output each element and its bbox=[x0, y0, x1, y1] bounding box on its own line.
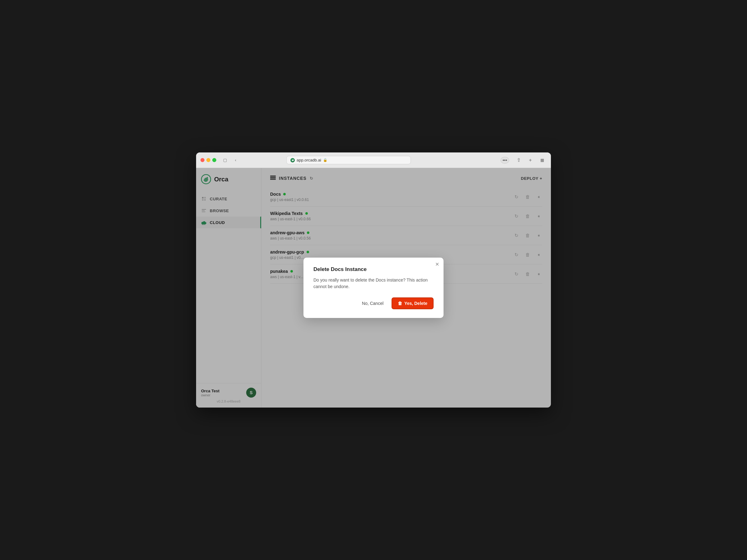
lock-icon: 🔒 bbox=[323, 158, 328, 162]
favicon-icon: ◕ bbox=[290, 158, 295, 162]
confirm-delete-label: Yes, Delete bbox=[404, 301, 427, 306]
dialog-close-button[interactable]: ✕ bbox=[435, 262, 439, 267]
sidebar-toggle-button[interactable]: ▢ bbox=[221, 157, 229, 164]
minimize-traffic-light[interactable] bbox=[206, 158, 210, 162]
share-button[interactable]: ⇧ bbox=[514, 157, 523, 164]
dialog-actions: No, Cancel 🗑 Yes, Delete bbox=[313, 297, 434, 309]
dialog-body: Do you really want to delete the Docs in… bbox=[313, 277, 434, 290]
fullscreen-traffic-light[interactable] bbox=[212, 158, 216, 162]
browser-controls: ▢ ‹ bbox=[221, 157, 240, 164]
dialog-title: Delete Docs Instance bbox=[313, 266, 434, 272]
back-button[interactable]: ‹ bbox=[231, 157, 240, 164]
close-traffic-light[interactable] bbox=[201, 158, 205, 162]
confirm-delete-button[interactable]: 🗑 Yes, Delete bbox=[391, 297, 434, 309]
new-tab-button[interactable]: + bbox=[526, 157, 535, 164]
address-bar[interactable]: ◕ app.orcadb.ai 🔒 bbox=[286, 156, 411, 164]
url-text: app.orcadb.ai bbox=[297, 158, 321, 162]
tabs-button[interactable]: ▦ bbox=[538, 157, 546, 164]
app-wrapper: Orca CURATE bbox=[196, 168, 551, 407]
browser-chrome: ▢ ‹ ◕ app.orcadb.ai 🔒 ••• ⇧ + ▦ bbox=[196, 153, 551, 168]
cancel-button[interactable]: No, Cancel bbox=[358, 298, 388, 308]
ellipsis-button[interactable]: ••• bbox=[500, 157, 509, 164]
trash-icon: 🗑 bbox=[398, 301, 402, 306]
traffic-lights bbox=[201, 158, 216, 162]
modal-overlay[interactable]: ✕ Delete Docs Instance Do you really wan… bbox=[196, 168, 551, 407]
delete-dialog: ✕ Delete Docs Instance Do you really wan… bbox=[304, 258, 443, 318]
